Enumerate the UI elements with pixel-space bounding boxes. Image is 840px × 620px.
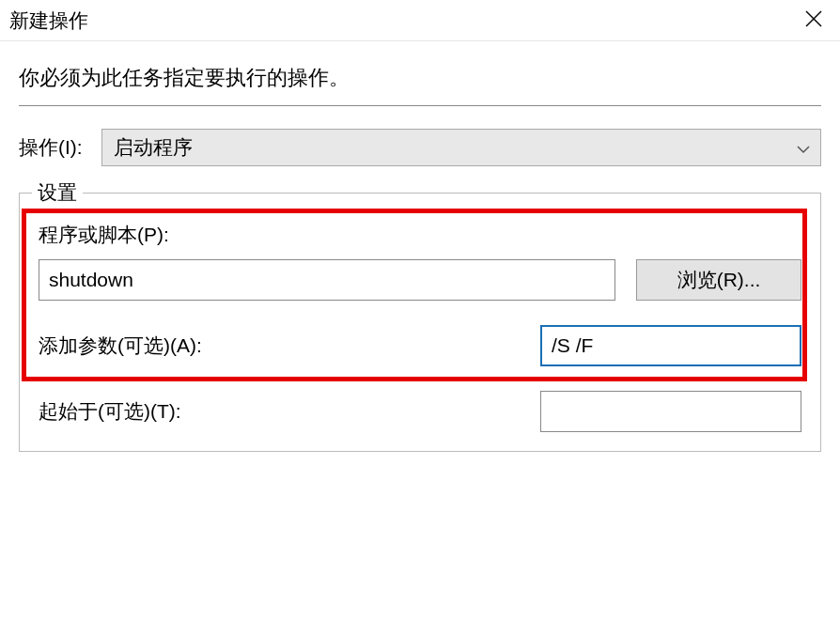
program-row: 浏览(R)... <box>39 259 801 301</box>
action-row: 操作(I): 启动程序 <box>19 129 821 166</box>
titlebar: 新建操作 <box>0 0 840 41</box>
browse-button-label: 浏览(R)... <box>677 267 761 293</box>
close-icon[interactable] <box>797 9 831 32</box>
arguments-input[interactable] <box>540 325 801 366</box>
program-label: 程序或脚本(P): <box>39 222 801 248</box>
chevron-down-icon <box>796 136 811 159</box>
startin-label: 起始于(可选)(T): <box>39 398 181 425</box>
arguments-row: 添加参数(可选)(A): <box>39 325 801 366</box>
startin-row: 起始于(可选)(T): <box>39 391 801 432</box>
startin-input[interactable] <box>540 391 801 432</box>
settings-body: 程序或脚本(P): 浏览(R)... 添加参数(可选)(A): 起始于(可选)(… <box>19 193 821 452</box>
browse-button[interactable]: 浏览(R)... <box>636 259 801 301</box>
settings-legend: 设置 <box>32 179 83 206</box>
action-label: 操作(I): <box>19 134 83 161</box>
settings-fieldset: 设置 程序或脚本(P): 浏览(R)... 添加参数(可选)(A): 起始于(可… <box>19 193 821 452</box>
arguments-label: 添加参数(可选)(A): <box>39 333 202 359</box>
separator <box>19 105 821 106</box>
program-input[interactable] <box>39 259 615 301</box>
action-select[interactable]: 启动程序 <box>101 129 821 166</box>
action-selected-value: 启动程序 <box>114 134 193 161</box>
instruction-text: 你必须为此任务指定要执行的操作。 <box>19 64 821 92</box>
window-title: 新建操作 <box>9 8 88 34</box>
dialog-content: 你必须为此任务指定要执行的操作。 操作(I): 启动程序 设置 程序或脚本(P)… <box>0 41 840 471</box>
